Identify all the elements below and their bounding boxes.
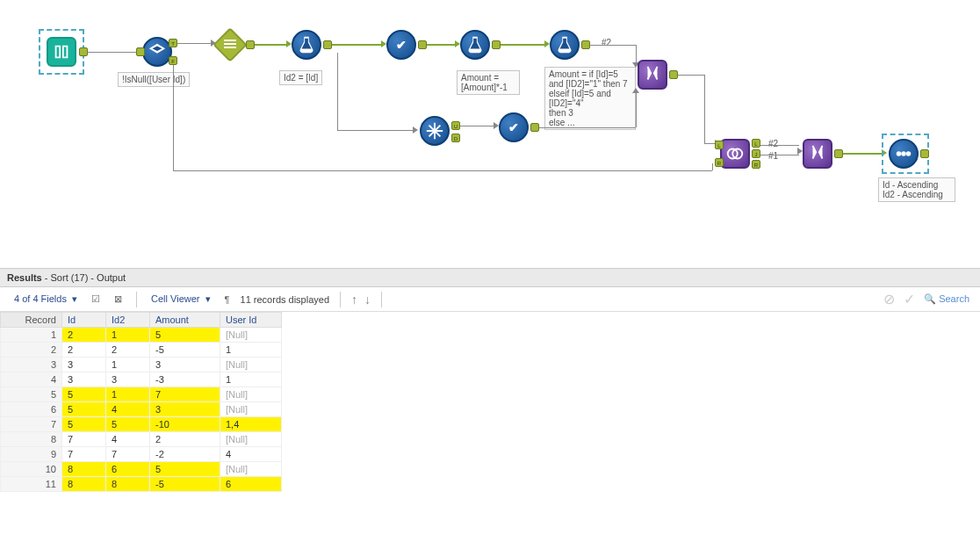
cell-userid[interactable]: 1 — [220, 343, 282, 358]
output-anchor[interactable] — [920, 149, 929, 158]
cell-amount[interactable]: -2 — [150, 447, 220, 462]
cell-id2[interactable]: 3 — [106, 372, 150, 387]
cell-id2[interactable]: 1 — [106, 387, 150, 402]
cell-id2[interactable]: 1 — [106, 328, 150, 343]
field-count-dropdown[interactable]: 4 of 4 Fields ▾ — [11, 292, 81, 307]
cell-amount[interactable]: 3 — [150, 358, 220, 372]
output-anchor[interactable] — [79, 47, 88, 56]
table-row[interactable]: 8742[Null] — [1, 432, 282, 447]
cell-amount[interactable]: -10 — [150, 417, 220, 432]
col-header-id[interactable]: Id — [62, 313, 106, 328]
filter-tool[interactable] — [142, 37, 172, 67]
col-header-id2[interactable]: Id2 — [106, 313, 150, 328]
formula-tool-3[interactable] — [550, 30, 580, 60]
col-header-amount[interactable]: Amount — [150, 313, 220, 328]
cell-id[interactable]: 5 — [62, 417, 106, 432]
cleanse-tool-1[interactable]: ✔ — [386, 30, 416, 60]
u-anchor[interactable]: U — [451, 121, 460, 130]
cell-userid[interactable]: 1 — [220, 372, 282, 387]
join-tool[interactable] — [720, 139, 750, 169]
output-anchor[interactable] — [530, 123, 539, 132]
pilcrow-icon[interactable]: ¶ — [221, 293, 234, 307]
input-tool[interactable] — [47, 37, 76, 67]
unique-tool[interactable] — [420, 116, 450, 146]
table-row[interactable]: 222-51 — [1, 343, 282, 358]
cell-userid[interactable]: [Null] — [220, 462, 282, 477]
results-grid[interactable]: Record Id Id2 Amount User Id 1215[Null]2… — [0, 312, 282, 492]
cell-amount[interactable]: 5 — [150, 462, 220, 477]
cell-amount[interactable]: 3 — [150, 402, 220, 417]
output-anchor[interactable] — [246, 40, 255, 49]
cell-userid[interactable]: 4 — [220, 447, 282, 462]
cell-id[interactable]: 7 — [62, 432, 106, 447]
cell-userid[interactable]: 6 — [220, 477, 282, 492]
cell-amount[interactable]: 2 — [150, 432, 220, 447]
cell-userid[interactable]: [Null] — [220, 402, 282, 417]
sort-tool[interactable] — [889, 139, 919, 169]
cell-id2[interactable]: 4 — [106, 432, 150, 447]
cell-userid[interactable]: [Null] — [220, 432, 282, 447]
cell-amount[interactable]: -5 — [150, 477, 220, 492]
table-row[interactable]: 755-101,4 — [1, 417, 282, 432]
cleanse-tool-2[interactable]: ✔ — [499, 112, 529, 142]
cell-id2[interactable]: 8 — [106, 477, 150, 492]
r-output-anchor[interactable]: R — [752, 160, 760, 169]
cell-id2[interactable]: 6 — [106, 462, 150, 477]
cell-id[interactable]: 8 — [62, 477, 106, 492]
union-tool-2[interactable] — [803, 139, 832, 169]
output-anchor[interactable] — [323, 40, 332, 49]
l-output-anchor[interactable]: L — [752, 139, 760, 148]
clear-icon[interactable]: ⊠ — [111, 292, 126, 307]
table-row[interactable]: 10865[Null] — [1, 462, 282, 477]
table-row[interactable]: 433-31 — [1, 372, 282, 387]
up-arrow-icon[interactable]: ↑ — [351, 293, 357, 307]
table-row[interactable]: 5517[Null] — [1, 387, 282, 402]
output-anchor[interactable] — [581, 40, 590, 49]
cell-userid[interactable]: [Null] — [220, 328, 282, 343]
true-anchor[interactable]: T — [169, 39, 177, 47]
cell-amount[interactable]: 7 — [150, 387, 220, 402]
l-anchor[interactable]: L — [715, 141, 724, 149]
cell-id2[interactable]: 1 — [106, 358, 150, 372]
col-header-record[interactable]: Record — [1, 313, 62, 328]
cell-id[interactable]: 5 — [62, 387, 106, 402]
cancel-icon[interactable]: ⊘ — [883, 291, 895, 307]
check-large-icon[interactable]: ✓ — [904, 291, 915, 307]
formula-tool-1[interactable] — [292, 30, 321, 60]
cell-id[interactable]: 7 — [62, 447, 106, 462]
table-row[interactable]: 6543[Null] — [1, 402, 282, 417]
cell-viewer-dropdown[interactable]: Cell Viewer ▾ — [148, 292, 214, 307]
cell-id[interactable]: 2 — [62, 328, 106, 343]
cell-amount[interactable]: -3 — [150, 372, 220, 387]
cell-id[interactable]: 2 — [62, 343, 106, 358]
output-anchor[interactable] — [418, 40, 427, 49]
output-anchor[interactable] — [669, 70, 678, 79]
cell-amount[interactable]: 5 — [150, 328, 220, 343]
d-anchor[interactable]: D — [451, 134, 460, 142]
output-anchor[interactable] — [834, 149, 843, 158]
cell-userid[interactable]: 1,4 — [220, 417, 282, 432]
cell-id2[interactable]: 4 — [106, 402, 150, 417]
input-anchor[interactable] — [136, 47, 145, 56]
cell-amount[interactable]: -5 — [150, 343, 220, 358]
cell-userid[interactable]: [Null] — [220, 358, 282, 372]
workflow-canvas[interactable]: T F !IsNull([User Id]) Id2 = [Id] ✔ Amou… — [0, 0, 980, 268]
table-row[interactable]: 1188-56 — [1, 477, 282, 492]
formula-tool-2[interactable] — [460, 30, 490, 60]
output-anchor[interactable] — [492, 40, 501, 49]
col-header-userid[interactable]: User Id — [220, 313, 282, 328]
cell-id2[interactable]: 2 — [106, 343, 150, 358]
r-anchor[interactable]: R — [715, 158, 724, 167]
cell-id[interactable]: 5 — [62, 402, 106, 417]
cell-userid[interactable]: [Null] — [220, 387, 282, 402]
j-output-anchor[interactable]: J — [752, 149, 760, 158]
union-tool[interactable] — [638, 60, 667, 90]
table-row[interactable]: 1215[Null] — [1, 328, 282, 343]
table-row[interactable]: 977-24 — [1, 447, 282, 462]
check-icon[interactable]: ☑ — [88, 292, 104, 307]
cell-id[interactable]: 3 — [62, 358, 106, 372]
cell-id[interactable]: 8 — [62, 462, 106, 477]
cell-id[interactable]: 3 — [62, 372, 106, 387]
search-button[interactable]: 🔍 Search — [924, 293, 969, 305]
table-row[interactable]: 3313[Null] — [1, 358, 282, 372]
